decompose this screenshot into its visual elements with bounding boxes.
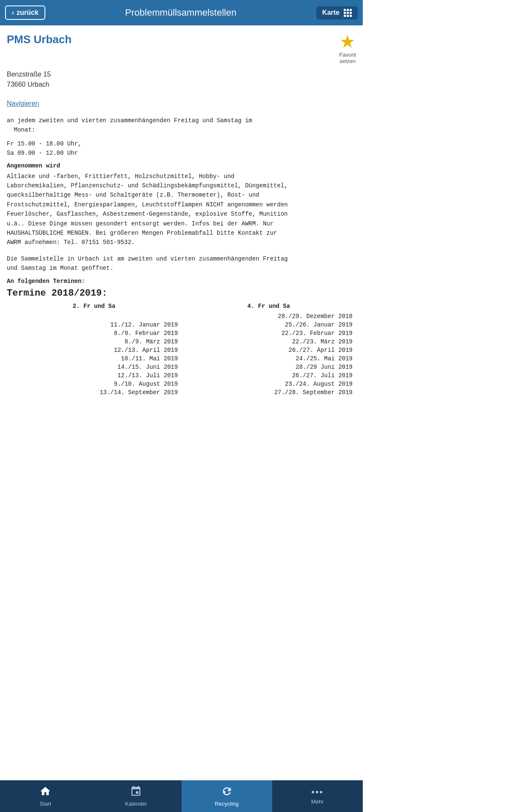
navigate-link[interactable]: Navigieren [7,100,39,107]
favorite-button[interactable]: ★ Favorit setzen [339,33,356,64]
termine-col2: 26./27. Juli 2019 [185,372,353,379]
recycle-icon [221,785,233,799]
nav-start-label: Start [39,801,51,807]
schedule-times: Fr 15.00 - 18.00 Uhr, Sa 09.00 - 12.00 U… [7,139,356,158]
accepted-label: Angenommen wird [7,162,356,169]
star-icon: ★ [340,33,356,51]
termine-col1: 9./10. August 2019 [10,381,178,387]
table-row: 28./29. Dezember 2018 [7,313,356,320]
more-icon: ••• [311,787,323,797]
termine-section: Termine 2018/2019: 2. Fr und Sa 4. Fr un… [7,288,356,396]
termine-col-headers: 2. Fr und Sa 4. Fr und Sa [7,303,356,310]
location-header: PMS Urbach ★ Favorit setzen [7,33,356,64]
table-row: 9./10. August 2019 23./24. August 2019 [7,381,356,387]
col2-header: 4. Fr und Sa [185,303,353,310]
nav-kalender[interactable]: Kalender [91,780,181,812]
termine-col1: 11./12. Januar 2019 [10,321,178,328]
main-content: PMS Urbach ★ Favorit setzen Benzstraße 1… [0,25,363,440]
calendar-icon [130,785,142,799]
termine-col2: 28./29 Juni 2019 [185,364,353,370]
termine-col2: 27./28. September 2019 [185,389,353,396]
termine-col1: 12./13. April 2019 [10,347,178,354]
nav-mehr[interactable]: ••• Mehr [272,780,363,812]
termine-col1: 8./9. Februar 2019 [10,330,178,337]
header: ‹ zurück Problemmüllsammelstellen Karte [0,0,363,25]
map-button[interactable]: Karte [316,6,358,19]
termine-col2: 28./29. Dezember 2018 [185,313,353,320]
page-title: Problemmüllsammelstellen [45,7,316,18]
termine-col2: 24./25. Mai 2019 [185,355,353,362]
back-label: zurück [17,9,39,16]
termine-rows-container: 28./29. Dezember 2018 11./12. Januar 201… [7,313,356,396]
schedule-intro: an jedem zweiten und vierten zusammenhän… [7,116,356,135]
address-line2: 73660 Urbach [7,80,356,90]
following-dates-label: An folgenden Terminen: [7,278,356,285]
termine-table: 2. Fr und Sa 4. Fr und Sa 28./29. Dezemb… [7,303,356,396]
location-title: PMS Urbach [7,33,72,46]
map-label: Karte [322,9,340,16]
table-row: 12./13. Juli 2019 26./27. Juli 2019 [7,372,356,379]
termine-col2: 26./27. April 2019 [185,347,353,354]
chevron-left-icon: ‹ [12,9,14,16]
col1-header: 2. Fr und Sa [10,303,178,310]
termine-heading: Termine 2018/2019: [7,288,356,299]
termine-col2: 25./26. Januar 2019 [185,321,353,328]
grid-icon [344,9,352,17]
accepted-text: Altlacke und -farben, Frittierfett, Holz… [7,172,356,247]
table-row: 12./13. April 2019 26./27. April 2019 [7,347,356,354]
termine-col1: 13./14. September 2019 [10,389,178,396]
termine-col2: 23./24. August 2019 [185,381,353,387]
back-button[interactable]: ‹ zurück [5,5,45,20]
favorite-label: Favorit setzen [339,52,356,64]
table-row: 14./15. Juni 2019 28./29 Juni 2019 [7,364,356,370]
home-icon [39,785,51,799]
table-row: 10./11. Mai 2019 24./25. Mai 2019 [7,355,356,362]
address-line1: Benzstraße 15 [7,69,356,80]
termine-col2: 22./23. März 2019 [185,338,353,345]
termine-col1: 14./15. Juni 2019 [10,364,178,370]
nav-recycling[interactable]: Recycling [182,780,272,812]
termine-col1: 8./9. März 2019 [10,338,178,345]
nav-mehr-label: Mehr [311,798,324,805]
address: Benzstraße 15 73660 Urbach [7,69,356,90]
additional-text: Die Sammelstelle in Urbach ist am zweite… [7,254,356,273]
nav-kalender-label: Kalender [125,801,147,807]
bottom-nav: Start Kalender Recycling ••• Mehr [0,780,363,812]
termine-col1: 10./11. Mai 2019 [10,355,178,362]
table-row: 13./14. September 2019 27./28. September… [7,389,356,396]
termine-col1: 12./13. Juli 2019 [10,372,178,379]
table-row: 11./12. Januar 2019 25./26. Januar 2019 [7,321,356,328]
nav-recycling-label: Recycling [215,801,238,807]
table-row: 8./9. März 2019 22./23. März 2019 [7,338,356,345]
nav-start[interactable]: Start [0,780,91,812]
termine-col2: 22./23. Februar 2019 [185,330,353,337]
table-row: 8./9. Februar 2019 22./23. Februar 2019 [7,330,356,337]
termine-col1 [10,313,178,320]
